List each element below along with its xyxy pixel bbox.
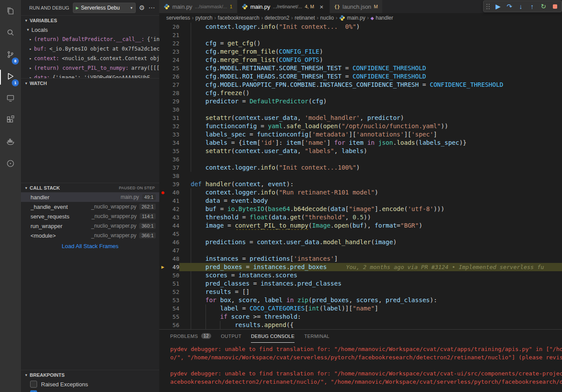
code-line[interactable]: 51 pred_classes = instances.pred_classes <box>159 280 562 288</box>
breakpoint-item[interactable]: Raised Exceptions <box>21 379 159 389</box>
step-over-button[interactable]: ↷ <box>504 1 515 12</box>
code-line[interactable]: 31 setattr(context.user_data, 'model_han… <box>159 114 562 122</box>
watch-header[interactable]: ▾ WATCH <box>21 78 159 88</box>
code-line[interactable]: 32 functionconfig = yaml.safe_load(open(… <box>159 122 562 130</box>
step-into-button[interactable]: ↓ <box>515 1 526 12</box>
breakpoint-gutter[interactable] <box>159 39 166 48</box>
code-line[interactable]: 24 cfg.merge_from_list(CONFIG_OPTS) <box>159 56 562 64</box>
checkbox[interactable] <box>30 390 37 392</box>
code-line[interactable]: 37 context.logger.info("Init context...1… <box>159 164 562 172</box>
code-line[interactable]: 56 results.append({ <box>159 321 562 329</box>
breakpoint-gutter[interactable] <box>159 172 166 180</box>
breadcrumb-item[interactable]: facebookresearch <box>218 15 259 21</box>
breadcrumb-item[interactable]: detectron2 <box>264 15 289 21</box>
stack-frame[interactable]: _handle_event_nuclio_wrapper.py262:1 <box>21 202 159 211</box>
code-line[interactable]: 45 <box>159 230 562 238</box>
code-line[interactable]: 36 <box>159 155 562 164</box>
activity-item-run-debug[interactable]: 1 <box>0 66 21 88</box>
breadcrumb-item[interactable]: ◆handler <box>370 15 393 21</box>
checkbox[interactable] <box>30 381 37 388</box>
breakpoint-gutter[interactable] <box>159 72 166 81</box>
code-line[interactable]: ▶49 pred_boxes = instances.pred_boxesYou… <box>159 263 562 271</box>
variable-row[interactable]: ▸context:<nuclio_sdk.context.Context obj… <box>21 54 159 63</box>
breakpoint-gutter[interactable] <box>159 164 166 172</box>
stop-button[interactable] <box>549 1 560 12</box>
breakpoint-gutter[interactable] <box>159 139 166 147</box>
stack-frame[interactable]: handlermain.py49:1 <box>21 192 159 202</box>
editor-tab[interactable]: main.py.../siammask/...1 <box>159 0 237 13</box>
load-all-stack-frames-link[interactable]: Load All Stack Frames <box>21 240 159 252</box>
activity-item-docker[interactable] <box>0 132 21 153</box>
breakpoint-gutter[interactable] <box>159 180 166 188</box>
breakpoint-dot[interactable]: ● <box>159 188 166 197</box>
breakpoint-gutter[interactable] <box>159 97 166 106</box>
breakpoint-gutter[interactable] <box>159 106 166 114</box>
breadcrumb-item[interactable]: nuclio <box>320 15 334 21</box>
breakpoint-gutter[interactable] <box>159 122 166 130</box>
breakpoint-gutter[interactable] <box>159 271 166 280</box>
variables-header[interactable]: ▾ VARIABLES <box>21 15 159 25</box>
breakpoint-gutter[interactable] <box>159 197 166 205</box>
code-line[interactable]: 23 cfg.merge_from_file(CONFIG_FILE) <box>159 48 562 56</box>
panel-tab-output[interactable]: OUTPUT <box>221 330 241 343</box>
breakpoint-gutter[interactable] <box>159 205 166 213</box>
breakpoint-gutter[interactable] <box>159 255 166 263</box>
panel-tab-problems[interactable]: PROBLEMS12 <box>170 330 211 343</box>
variable-row[interactable]: ▸data:{'image': 'iVBORw0KGgoAAAANSUhE… <box>21 73 159 78</box>
code-line[interactable]: 44 image = convert_PIL_to_numpy(Image.op… <box>159 222 562 230</box>
breakpoint-gutter[interactable] <box>159 321 166 329</box>
launch-config-dropdown[interactable]: ▶ Serverless Debu ▾ <box>73 3 136 13</box>
breakpoint-gutter[interactable] <box>159 230 166 238</box>
breakpoint-gutter[interactable] <box>159 222 166 230</box>
variable-row[interactable]: ▸(return) DefaultPredictor.__call__:{'in… <box>21 34 159 44</box>
code-line[interactable]: 39def handler(context, event): <box>159 180 562 188</box>
start-debug-icon[interactable]: ▶ <box>76 6 79 10</box>
code-line[interactable]: 27 cfg.MODEL.PANOPTIC_FPN.COMBINE.INSTAN… <box>159 81 562 89</box>
code-line[interactable]: 41 data = event.body <box>159 197 562 205</box>
breakpoint-gutter[interactable] <box>159 23 166 31</box>
code-line[interactable]: 52 results = [] <box>159 288 562 296</box>
close-icon[interactable]: × <box>318 3 325 10</box>
code-line[interactable]: 29 predictor = DefaultPredictor(cfg) <box>159 97 562 106</box>
breakpoint-gutter[interactable] <box>159 304 166 313</box>
code-line[interactable]: 46 predictions = context.user_data.model… <box>159 238 562 246</box>
editor-tab[interactable]: {}launch.jsonM <box>330 0 383 13</box>
breadcrumb-item[interactable]: serverless <box>166 15 190 21</box>
activity-item-search[interactable] <box>0 23 21 44</box>
breakpoint-gutter[interactable] <box>159 238 166 246</box>
breadcrumb-item[interactable]: main.py <box>339 15 365 21</box>
scope-locals[interactable]: ▾ Locals <box>21 25 159 34</box>
breakpoint-item[interactable]: Uncaught Exceptions <box>21 389 159 392</box>
code-editor[interactable]: 20 context.logger.info("Init context... … <box>159 23 562 329</box>
code-line[interactable]: 20 context.logger.info("Init context... … <box>159 23 562 31</box>
code-line[interactable]: 28 cfg.freeze() <box>159 89 562 97</box>
code-line[interactable]: 48 instances = predictions['instances'] <box>159 255 562 263</box>
breakpoint-gutter[interactable] <box>159 213 166 222</box>
restart-button[interactable]: ↻ <box>538 1 549 12</box>
editor-tab[interactable]: main.py.../retinanet/...4, M× <box>237 0 330 13</box>
breakpoint-gutter[interactable] <box>159 296 166 304</box>
activity-item-extensions[interactable] <box>0 110 21 132</box>
code-line[interactable]: 30 <box>159 106 562 114</box>
breakpoint-gutter[interactable] <box>159 155 166 164</box>
debug-console-output[interactable]: pydev debugger: unable to find translati… <box>159 343 562 392</box>
breakpoint-gutter[interactable] <box>159 81 166 89</box>
activity-item-source-control[interactable]: 8 <box>0 44 21 66</box>
code-line[interactable]: 50 scores = instances.scores <box>159 271 562 280</box>
breakpoint-gutter[interactable] <box>159 89 166 97</box>
code-line[interactable]: 55 if score >= threshold: <box>159 313 562 321</box>
activity-item-explorer[interactable] <box>0 1 21 23</box>
activity-item-remote-explorer[interactable] <box>0 88 21 110</box>
breakpoints-header[interactable]: ▾ BREAKPOINTS <box>21 370 159 379</box>
breadcrumb-item[interactable]: retinanet <box>295 15 315 21</box>
code-line[interactable]: 33 labels_spec = functionconfig['metadat… <box>159 130 562 139</box>
code-line[interactable]: 35 setattr(context.user_data, "labels", … <box>159 147 562 155</box>
stack-frame[interactable]: serve_requests_nuclio_wrapper.py114:1 <box>21 211 159 221</box>
breakpoint-gutter[interactable] <box>159 56 166 64</box>
breakpoint-gutter[interactable] <box>159 130 166 139</box>
panel-tab-terminal[interactable]: TERMINAL <box>304 330 329 343</box>
more-actions-icon[interactable]: ⋯ <box>148 4 155 12</box>
code-line[interactable]: 26 cfg.MODEL.ROI_HEADS.SCORE_THRESH_TEST… <box>159 72 562 81</box>
current-line-arrow[interactable]: ▶ <box>159 263 166 271</box>
code-line[interactable]: 34 labels = {item['id']: item['name'] fo… <box>159 139 562 147</box>
